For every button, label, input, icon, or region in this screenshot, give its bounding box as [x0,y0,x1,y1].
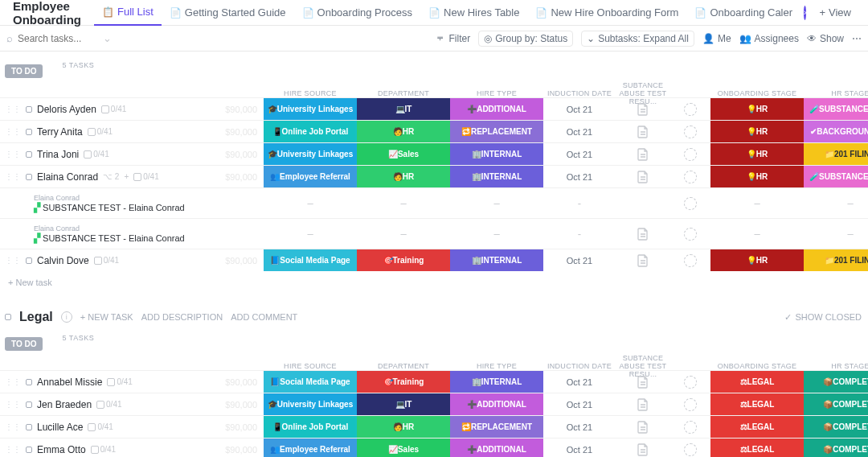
document-icon[interactable] [616,249,670,271]
add-subtask[interactable]: + [124,172,129,181]
status-label[interactable]: TO DO [5,64,43,78]
task-row[interactable]: ⋮⋮ Deloris Ayden 0/41 $90,000 🎓Universit… [0,97,868,120]
department-tag[interactable]: 🧑HR [357,416,450,438]
induction-date[interactable]: Oct 21 [543,166,616,187]
drag-handle-icon[interactable]: ⋮⋮ [5,172,21,181]
search-input[interactable] [18,33,98,44]
more-button[interactable]: ⋯ [852,33,862,44]
document-icon[interactable] [616,143,670,165]
assignees-button[interactable]: 👥Assignees [739,33,799,44]
assignee-icon[interactable] [684,126,697,138]
assignee-icon[interactable] [684,228,697,241]
hire-type-tag[interactable]: 🏢INTERNAL [450,371,543,393]
status-square-icon[interactable] [26,379,32,385]
document-icon[interactable] [616,121,670,142]
subtask-row[interactable]: Elaina Conrad▞ SUBSTANCE TEST - Elaina C… [0,218,868,249]
status-label[interactable]: TO DO [5,337,43,351]
status-square-icon[interactable] [26,106,32,113]
tab-getting-started-guide[interactable]: 📄Getting Started Guide [162,0,294,26]
drag-handle-icon[interactable]: ⋮⋮ [5,150,21,159]
task-name[interactable]: Calvin Dove [37,255,89,266]
department-tag[interactable]: 💻IT [357,98,450,120]
drag-handle-icon[interactable]: ⋮⋮ [5,105,21,113]
department-tag[interactable]: 🎯Training [357,249,450,271]
status-square-icon[interactable] [26,129,32,135]
info-icon[interactable]: i [61,311,72,323]
assignee-icon[interactable] [684,443,697,456]
assignee-icon[interactable] [684,103,697,116]
view-button[interactable]: +View [813,6,858,19]
hr-stage-tag[interactable]: 📦COMPLETE [804,371,868,393]
hr-stage-tag[interactable]: 🧪SUBSTANCE TEST [804,98,868,120]
task-name[interactable]: Trina Joni [37,149,79,160]
status-square-icon[interactable] [26,401,32,408]
filter-button[interactable]: ⫧Filter [436,33,470,44]
drag-handle-icon[interactable]: ⋮⋮ [5,256,21,265]
assignee-icon[interactable] [684,254,697,267]
task-row[interactable]: ⋮⋮ Jen Braeden 0/41 $90,000 🎓University … [0,393,868,415]
hr-stage-tag[interactable]: 📦COMPLETE [804,416,868,438]
hire-source-tag[interactable]: 🎓University Linkages [264,393,357,415]
status-dot-icon[interactable] [5,314,11,320]
hire-source-tag[interactable]: 📘Social Media Page [264,249,357,271]
induction-date[interactable]: Oct 21 [543,371,616,393]
hire-type-tag[interactable]: ➕ADDITIONAL [450,393,543,415]
tab-full-list[interactable]: 📋Full List [94,0,162,26]
tab-onboarding-process[interactable]: 📄Onboarding Process [294,0,421,26]
tabs-overflow-button[interactable]: › [804,6,806,20]
drag-handle-icon[interactable]: ⋮⋮ [5,400,21,409]
task-name[interactable]: Terry Anita [37,126,83,138]
hire-source-tag[interactable]: 👥Employee Referral [264,438,357,457]
induction-date[interactable]: Oct 21 [543,98,616,120]
induction-date[interactable]: Oct 21 [543,249,616,271]
induction-date[interactable]: Oct 21 [543,416,616,438]
hire-source-tag[interactable]: 🎓University Linkages [264,143,357,165]
onboarding-stage-tag[interactable]: ⚖LEGAL [710,393,804,415]
onboarding-stage-tag[interactable]: 💡HR [710,143,804,165]
hire-type-tag[interactable]: 🏢INTERNAL [450,143,543,165]
hire-source-tag[interactable]: 👥Employee Referral [264,166,357,187]
onboarding-stage-tag[interactable]: ⚖LEGAL [710,371,804,393]
onboarding-stage-tag[interactable]: ⚖LEGAL [710,416,804,438]
status-square-icon[interactable] [26,424,32,430]
assignee-icon[interactable] [684,398,697,411]
assignee-icon[interactable] [684,421,697,434]
hr-stage-tag[interactable]: ✔BACKGROUND C... [804,121,868,142]
me-button[interactable]: 👤Me [702,33,731,44]
task-name[interactable]: Lucille Ace [37,422,83,433]
hr-stage-tag[interactable]: 📁201 FILING [804,143,868,165]
department-tag[interactable]: 🧑HR [357,121,450,142]
hire-type-tag[interactable]: 🏢INTERNAL [450,166,543,187]
new-task-link[interactable]: + NEW TASK [80,312,133,322]
chevron-down-icon[interactable]: ⌄ [103,32,112,44]
department-tag[interactable]: 🎯Training [357,371,450,393]
subtask-count[interactable]: ⌥ 2 [103,172,119,181]
document-icon[interactable] [616,393,670,415]
hr-stage-tag[interactable]: 📦COMPLETE [804,393,868,415]
task-row[interactable]: ⋮⋮ Calvin Dove 0/41 $90,000 📘Social Medi… [0,249,868,271]
onboarding-stage-tag[interactable]: 💡HR [710,249,804,271]
drag-handle-icon[interactable]: ⋮⋮ [5,422,21,431]
task-row[interactable]: ⋮⋮ Annabel Missie 0/41 $90,000 📘Social M… [0,370,868,393]
department-tag[interactable]: 🧑HR [357,166,450,187]
hire-source-tag[interactable]: 📱Online Job Portal [264,416,357,438]
department-tag[interactable]: 💻IT [357,393,450,415]
task-name[interactable]: Jen Braeden [37,399,92,410]
document-icon[interactable] [616,371,670,393]
department-tag[interactable]: 📈Sales [357,438,450,457]
assignee-icon[interactable] [684,171,697,183]
tab-new-hires-table[interactable]: 📄New Hires Table [420,0,527,26]
onboarding-stage-tag[interactable]: 💡HR [710,121,804,142]
document-icon[interactable] [616,416,670,438]
document-icon[interactable] [616,98,670,120]
tab-new-hire-onboarding-form[interactable]: 📄New Hire Onboarding Form [527,0,686,26]
add-description-link[interactable]: ADD DESCRIPTION [141,312,223,322]
induction-date[interactable]: Oct 21 [543,121,616,142]
subtask-row[interactable]: Elaina Conrad▞ SUBSTANCE TEST - Elaina C… [0,187,868,218]
induction-date[interactable]: Oct 21 [543,438,616,457]
task-name[interactable]: Emma Otto [37,444,86,455]
induction-date[interactable]: Oct 21 [543,143,616,165]
hr-stage-tag[interactable]: 📦COMPLETE [804,438,868,457]
hire-type-tag[interactable]: ➕ADDITIONAL [450,98,543,120]
status-square-icon[interactable] [26,447,32,453]
